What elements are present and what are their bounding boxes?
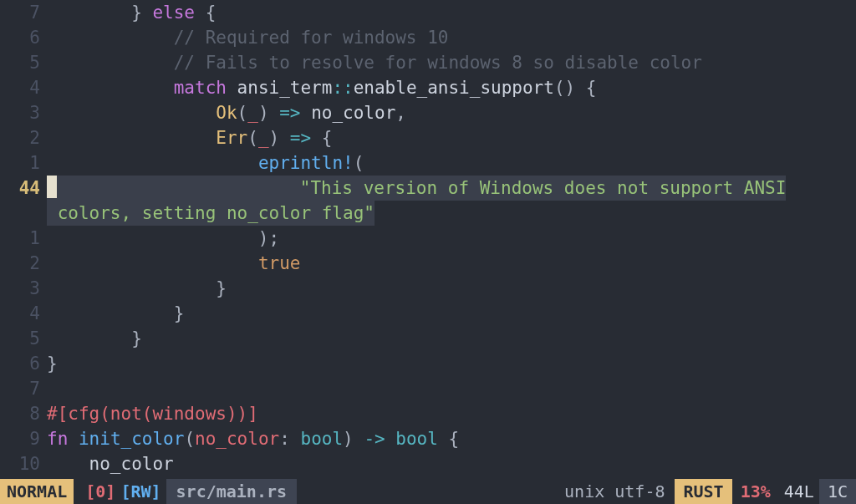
code-content[interactable]: } <box>47 351 58 376</box>
token: match <box>174 78 227 98</box>
token <box>47 78 174 98</box>
code-line[interactable]: 1 eprintln!( <box>0 150 856 176</box>
token: colors, setting no_color flag" <box>47 203 374 223</box>
token: { <box>438 429 459 449</box>
token <box>47 153 258 173</box>
code-line[interactable]: 10 no_color <box>0 451 856 476</box>
token: { <box>195 3 216 23</box>
code-line[interactable]: 7 <box>0 376 856 401</box>
code-content[interactable]: } <box>47 276 227 301</box>
line-number: 7 <box>0 0 47 25</box>
code-line[interactable]: 4 } <box>0 301 856 326</box>
token: no_color <box>195 429 279 449</box>
line-number: 5 <box>0 50 47 75</box>
line-number: 4 <box>0 75 47 100</box>
token: ) <box>343 429 364 449</box>
filetype-indicator: RUST <box>675 479 731 504</box>
token: no_color <box>311 103 395 123</box>
token: -> <box>364 429 385 449</box>
token: () { <box>554 78 597 98</box>
token: eprintln! <box>258 153 354 173</box>
token <box>47 103 216 123</box>
token: bool <box>301 429 344 449</box>
token: // Fails to resolve for windows 8 so dis… <box>174 53 702 73</box>
token: Ok <box>216 103 237 123</box>
line-number: 2 <box>0 251 47 276</box>
code-line[interactable]: 7 } else { <box>0 0 856 25</box>
code-line[interactable]: 1 ); <box>0 226 856 251</box>
wrapped-line[interactable]: colors, setting no_color flag" <box>0 201 856 226</box>
code-content[interactable]: } else { <box>47 0 216 25</box>
code-content[interactable]: // Fails to resolve for windows 8 so dis… <box>47 50 702 75</box>
code-content[interactable]: ); <box>47 226 279 251</box>
cursor <box>47 176 57 198</box>
line-number: 1 <box>0 226 47 251</box>
code-content[interactable]: } <box>47 301 184 326</box>
token <box>47 28 174 48</box>
code-line[interactable]: 3 Ok(_) => no_color, <box>0 100 856 125</box>
token <box>68 429 79 449</box>
code-line[interactable]: 3 } <box>0 276 856 301</box>
code-line[interactable]: 6} <box>0 351 856 376</box>
code-line[interactable]: 2 Err(_) => { <box>0 125 856 150</box>
token: } <box>47 328 142 349</box>
current-line[interactable]: 44 "This version of Windows does not sup… <box>0 176 856 201</box>
token: } <box>47 354 58 374</box>
code-line[interactable]: 2 true <box>0 251 856 276</box>
token: ( <box>247 128 258 148</box>
token: "This version of Windows does not suppor… <box>300 178 787 198</box>
code-line[interactable]: 5 } <box>0 326 856 351</box>
code-content[interactable]: colors, setting no_color flag" <box>47 201 374 226</box>
code-editor[interactable]: 7 } else {6 // Required for windows 105 … <box>0 0 856 479</box>
token: ); <box>47 228 279 248</box>
token: ansi_term <box>237 78 333 98</box>
readwrite-indicator: [RW] <box>120 479 166 504</box>
code-content[interactable]: fn init_color(no_color: bool) -> bool { <box>47 426 459 451</box>
token: enable_ansi_support <box>354 78 554 98</box>
code-content[interactable]: "This version of Windows does not suppor… <box>47 176 786 201</box>
code-content[interactable]: Ok(_) => no_color, <box>47 100 406 125</box>
token: ) <box>258 103 279 123</box>
code-content[interactable]: } <box>47 326 142 351</box>
token: else <box>152 3 195 23</box>
line-number: 5 <box>0 326 47 351</box>
token <box>301 103 312 123</box>
token: bool <box>395 429 438 449</box>
code-content[interactable]: no_color <box>47 451 174 476</box>
scroll-percent: 13% <box>732 479 779 504</box>
code-content[interactable]: eprintln!( <box>47 150 364 176</box>
token: } <box>47 303 184 323</box>
code-content[interactable]: Err(_) => { <box>47 125 332 150</box>
code-content[interactable]: #[cfg(not(windows))] <box>47 401 258 426</box>
token <box>47 53 174 73</box>
token: } <box>47 278 227 298</box>
code-line[interactable]: 5 // Fails to resolve for windows 8 so d… <box>0 50 856 75</box>
token: ( <box>354 153 364 173</box>
token: init_color <box>79 429 184 449</box>
code-content[interactable]: match ansi_term::enable_ansi_support() { <box>47 75 596 100</box>
token: ( <box>237 103 248 123</box>
token: :: <box>332 78 353 98</box>
token: : <box>279 429 300 449</box>
token: _ <box>247 103 258 123</box>
code-line[interactable]: 4 match ansi_term::enable_ansi_support()… <box>0 75 856 100</box>
code-line[interactable]: 8#[cfg(not(windows))] <box>0 401 856 426</box>
mode-indicator: NORMAL <box>0 479 74 504</box>
line-number <box>0 201 47 226</box>
code-line[interactable]: 9fn init_color(no_color: bool) -> bool { <box>0 426 856 451</box>
code-content[interactable]: // Required for windows 10 <box>47 25 448 50</box>
file-path: src/main.rs <box>166 479 297 504</box>
token: fn <box>47 429 68 449</box>
token <box>47 253 258 273</box>
modified-indicator: [0] <box>74 479 120 504</box>
token <box>385 429 396 449</box>
token <box>57 178 300 198</box>
line-number: 6 <box>0 351 47 376</box>
encoding-indicator: unix utf-8 <box>554 479 675 504</box>
token: ) <box>269 128 290 148</box>
line-number: 7 <box>0 376 47 401</box>
token <box>227 78 237 98</box>
code-line[interactable]: 6 // Required for windows 10 <box>0 25 856 50</box>
code-content[interactable]: true <box>47 251 300 276</box>
token: true <box>258 253 301 273</box>
